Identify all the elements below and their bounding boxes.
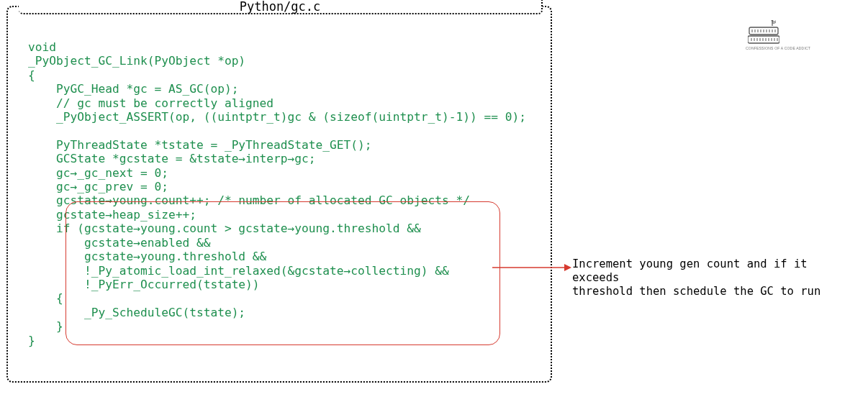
svg-marker-1 bbox=[564, 264, 571, 271]
brand-logo: CONFESSIONS OF A CODE ADDICT bbox=[746, 20, 782, 50]
svg-point-3 bbox=[772, 20, 774, 22]
callout-text: Increment young gen count and if it exce… bbox=[572, 257, 860, 298]
source-code: void _PyObject_GC_Link(PyObject *op) { P… bbox=[28, 40, 526, 347]
panel-title: Python/gc.c bbox=[240, 0, 321, 14]
brand-caption: CONFESSIONS OF A CODE ADDICT bbox=[746, 46, 782, 50]
code-panel: Python/gc.c void _PyObject_GC_Link(PyObj… bbox=[6, 6, 552, 383]
keyboard-icon bbox=[748, 20, 779, 45]
callout-arrow bbox=[492, 260, 571, 275]
panel-title-bar: Python/gc.c bbox=[19, 0, 543, 14]
